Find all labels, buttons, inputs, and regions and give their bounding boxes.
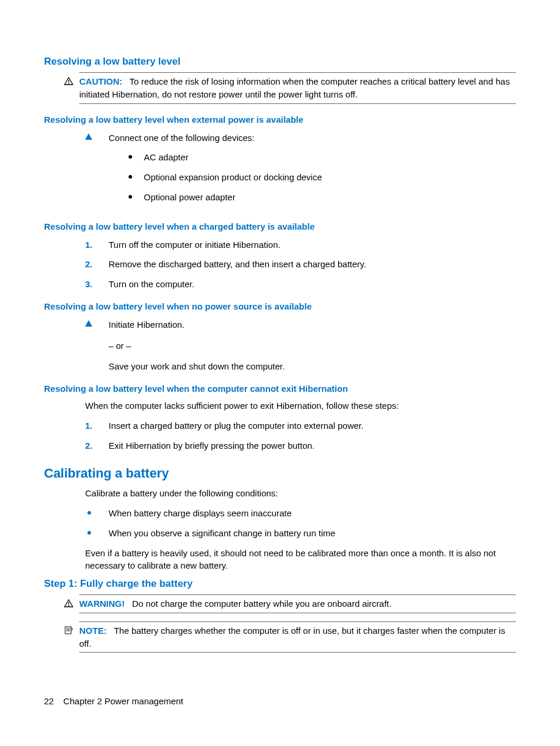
bullet-icon — [85, 527, 109, 540]
list-item: 1.Turn off the computer or initiate Hibe… — [85, 238, 516, 251]
body-text: When the computer lacks sufficient power… — [85, 399, 516, 412]
list-item-text: Remove the discharged battery, and then … — [109, 258, 516, 271]
heading-calibrating-battery: Calibrating a battery — [44, 466, 516, 481]
list-item: 2.Exit Hibernation by briefly pressing t… — [85, 439, 516, 452]
subheading-charged-battery: Resolving a low battery level when a cha… — [44, 221, 516, 231]
triangle-marker-icon — [85, 318, 109, 373]
list-item: AC adapter — [126, 151, 516, 164]
or-text: – or – — [109, 340, 516, 352]
list-item-text: Turn off the computer or initiate Hibern… — [109, 238, 516, 251]
warning-callout: WARNING! Do not charge the computer batt… — [79, 594, 516, 613]
list-item: 1.Insert a charged battery or plug the c… — [85, 419, 516, 432]
list-item: 3.Turn on the computer. — [85, 278, 516, 291]
svg-point-3 — [68, 605, 69, 606]
subheading-cannot-exit-hibernation: Resolving a low battery level when the c… — [44, 384, 516, 394]
caution-icon — [64, 76, 73, 84]
list-item: Connect one of the following devices: AC… — [85, 132, 516, 211]
caution-label: CAUTION: — [79, 76, 122, 86]
list-item-text: Optional power adapter — [144, 191, 516, 204]
note-icon — [64, 625, 73, 633]
list-item: Optional power adapter — [126, 191, 516, 204]
note-callout: NOTE: The battery charges whether the co… — [79, 621, 516, 653]
caution-callout: CAUTION: To reduce the risk of losing in… — [79, 72, 516, 104]
bullet-icon — [85, 507, 109, 520]
list-item: Optional expansion product or docking de… — [126, 171, 516, 184]
subheading-no-power-source: Resolving a low battery level when no po… — [44, 301, 516, 311]
page-footer: 22 Chapter 2 Power management — [44, 696, 183, 706]
chapter-label: Chapter 2 Power management — [63, 696, 183, 706]
svg-rect-4 — [65, 627, 71, 634]
warning-icon — [64, 598, 73, 606]
bullet-icon — [126, 191, 144, 204]
body-text: Even if a battery is heavily used, it sh… — [85, 547, 516, 573]
note-label: NOTE: — [79, 626, 107, 636]
triangle-marker-icon — [85, 132, 109, 211]
caution-text: To reduce the risk of losing information… — [79, 76, 510, 99]
warning-text: Do not charge the computer battery while… — [132, 599, 392, 609]
bullet-icon — [126, 151, 144, 164]
step-number: 3. — [85, 278, 109, 291]
list-item: When you observe a significant change in… — [85, 527, 516, 540]
list-item-text: Connect one of the following devices: — [109, 132, 516, 145]
heading-step1-fully-charge: Step 1: Fully charge the battery — [44, 578, 516, 590]
list-item-text: Exit Hibernation by briefly pressing the… — [109, 439, 516, 452]
step-number: 2. — [85, 258, 109, 271]
list-item-text: When battery charge displays seem inaccu… — [109, 507, 516, 520]
heading-resolving-low-battery: Resolving a low battery level — [44, 56, 516, 68]
list-item: Initiate Hibernation. – or – Save your w… — [85, 318, 516, 373]
list-item-text: Initiate Hibernation. — [109, 318, 516, 331]
warning-label: WARNING! — [79, 599, 125, 609]
page-number: 22 — [44, 696, 54, 706]
list-item-text: Turn on the computer. — [109, 278, 516, 291]
list-item-text: AC adapter — [144, 151, 516, 164]
list-item: 2.Remove the discharged battery, and the… — [85, 258, 516, 271]
body-text: Calibrate a battery under the following … — [85, 487, 516, 500]
list-item-text: Insert a charged battery or plug the com… — [109, 419, 516, 432]
bullet-icon — [126, 171, 144, 184]
list-item-text: Optional expansion product or docking de… — [144, 171, 516, 184]
svg-point-1 — [68, 83, 69, 84]
step-number: 1. — [85, 238, 109, 251]
step-number: 2. — [85, 439, 109, 452]
step-number: 1. — [85, 419, 109, 432]
list-item: When battery charge displays seem inaccu… — [85, 507, 516, 520]
list-item-text: Save your work and shut down the compute… — [109, 360, 516, 373]
list-item-text: When you observe a significant change in… — [109, 527, 516, 540]
subheading-external-power: Resolving a low battery level when exter… — [44, 115, 516, 125]
note-text: The battery charges whether the computer… — [79, 626, 505, 648]
